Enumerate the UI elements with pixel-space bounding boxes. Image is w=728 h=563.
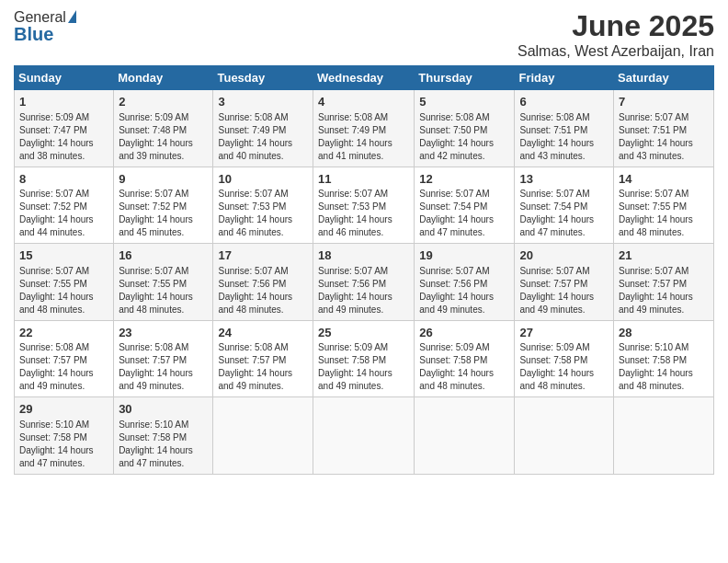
col-friday: Friday: [515, 66, 614, 90]
header: General Blue June 2025 Salmas, West Azer…: [14, 9, 714, 60]
location-subtitle: Salmas, West Azerbaijan, Iran: [518, 43, 714, 60]
day-number: 22: [19, 325, 108, 341]
day-number: 1: [19, 94, 108, 110]
day-info: Sunrise: 5:07 AMSunset: 7:52 PMDaylight:…: [119, 188, 208, 239]
calendar-cell: 5Sunrise: 5:08 AMSunset: 7:50 PMDaylight…: [415, 90, 515, 167]
day-info: Sunrise: 5:09 AMSunset: 7:58 PMDaylight:…: [419, 341, 509, 393]
day-number: 20: [519, 247, 609, 264]
col-monday: Monday: [114, 66, 213, 90]
day-info: Sunrise: 5:07 AMSunset: 7:52 PMDaylight:…: [19, 188, 108, 239]
calendar-cell: 24Sunrise: 5:08 AMSunset: 7:57 PMDayligh…: [213, 320, 313, 397]
calendar-cell: 15Sunrise: 5:07 AMSunset: 7:55 PMDayligh…: [15, 244, 114, 321]
calendar-cell: 4Sunrise: 5:08 AMSunset: 7:49 PMDaylight…: [313, 90, 415, 167]
month-title: June 2025: [518, 9, 714, 43]
day-info: Sunrise: 5:07 AMSunset: 7:53 PMDaylight:…: [218, 188, 308, 239]
day-number: 28: [619, 325, 709, 341]
day-number: 26: [419, 325, 509, 341]
day-number: 19: [419, 247, 509, 264]
day-info: Sunrise: 5:07 AMSunset: 7:55 PMDaylight:…: [19, 265, 108, 316]
calendar-week-row: 22Sunrise: 5:08 AMSunset: 7:57 PMDayligh…: [15, 320, 714, 397]
day-info: Sunrise: 5:10 AMSunset: 7:58 PMDaylight:…: [619, 341, 709, 393]
calendar-week-row: 1Sunrise: 5:09 AMSunset: 7:47 PMDaylight…: [15, 90, 714, 167]
calendar-cell: 17Sunrise: 5:07 AMSunset: 7:56 PMDayligh…: [213, 244, 313, 321]
calendar-cell: 3Sunrise: 5:08 AMSunset: 7:49 PMDaylight…: [213, 90, 313, 167]
col-wednesday: Wednesday: [313, 66, 415, 90]
day-number: 17: [218, 247, 308, 264]
day-info: Sunrise: 5:07 AMSunset: 7:55 PMDaylight:…: [619, 188, 709, 239]
calendar-cell: 8Sunrise: 5:07 AMSunset: 7:52 PMDaylight…: [15, 167, 114, 244]
day-number: 5: [419, 94, 509, 110]
calendar-week-row: 15Sunrise: 5:07 AMSunset: 7:55 PMDayligh…: [15, 244, 714, 321]
day-info: Sunrise: 5:07 AMSunset: 7:55 PMDaylight:…: [119, 265, 208, 316]
day-info: Sunrise: 5:07 AMSunset: 7:56 PMDaylight:…: [318, 265, 409, 316]
day-number: 23: [119, 325, 208, 341]
day-info: Sunrise: 5:10 AMSunset: 7:58 PMDaylight:…: [19, 419, 108, 470]
calendar-cell: 27Sunrise: 5:09 AMSunset: 7:58 PMDayligh…: [515, 320, 614, 397]
day-number: 29: [19, 401, 108, 418]
day-info: Sunrise: 5:08 AMSunset: 7:49 PMDaylight:…: [318, 111, 409, 163]
day-number: 16: [119, 247, 208, 264]
day-number: 8: [19, 171, 108, 188]
day-number: 11: [318, 171, 409, 188]
day-info: Sunrise: 5:08 AMSunset: 7:51 PMDaylight:…: [519, 111, 609, 163]
logo: General Blue: [14, 9, 76, 45]
day-info: Sunrise: 5:07 AMSunset: 7:54 PMDaylight:…: [419, 188, 509, 239]
calendar-week-row: 8Sunrise: 5:07 AMSunset: 7:52 PMDaylight…: [15, 167, 714, 244]
day-info: Sunrise: 5:07 AMSunset: 7:56 PMDaylight:…: [218, 265, 308, 316]
day-info: Sunrise: 5:08 AMSunset: 7:57 PMDaylight:…: [19, 341, 108, 393]
calendar-cell: 10Sunrise: 5:07 AMSunset: 7:53 PMDayligh…: [213, 167, 313, 244]
col-tuesday: Tuesday: [213, 66, 313, 90]
calendar-cell: 19Sunrise: 5:07 AMSunset: 7:56 PMDayligh…: [415, 244, 515, 321]
page: General Blue June 2025 Salmas, West Azer…: [0, 0, 728, 488]
day-info: Sunrise: 5:09 AMSunset: 7:58 PMDaylight:…: [318, 341, 409, 393]
calendar-cell: 13Sunrise: 5:07 AMSunset: 7:54 PMDayligh…: [515, 167, 614, 244]
calendar-cell: 28Sunrise: 5:10 AMSunset: 7:58 PMDayligh…: [614, 320, 714, 397]
day-info: Sunrise: 5:07 AMSunset: 7:53 PMDaylight:…: [318, 188, 409, 239]
calendar-cell: 29Sunrise: 5:10 AMSunset: 7:58 PMDayligh…: [15, 397, 114, 475]
day-number: 9: [119, 171, 208, 188]
col-saturday: Saturday: [614, 66, 714, 90]
calendar-cell: 20Sunrise: 5:07 AMSunset: 7:57 PMDayligh…: [515, 244, 614, 321]
day-info: Sunrise: 5:07 AMSunset: 7:54 PMDaylight:…: [519, 188, 609, 239]
day-info: Sunrise: 5:07 AMSunset: 7:51 PMDaylight:…: [619, 111, 709, 163]
day-number: 3: [218, 94, 308, 110]
calendar-cell: [213, 397, 313, 475]
calendar-cell: 23Sunrise: 5:08 AMSunset: 7:57 PMDayligh…: [114, 320, 213, 397]
day-info: Sunrise: 5:07 AMSunset: 7:57 PMDaylight:…: [519, 265, 609, 316]
calendar-cell: 21Sunrise: 5:07 AMSunset: 7:57 PMDayligh…: [614, 244, 714, 321]
calendar-cell: 1Sunrise: 5:09 AMSunset: 7:47 PMDaylight…: [15, 90, 114, 167]
day-info: Sunrise: 5:08 AMSunset: 7:57 PMDaylight:…: [119, 341, 208, 393]
day-number: 21: [619, 247, 709, 264]
logo-triangle-icon: [68, 10, 76, 23]
day-number: 6: [519, 94, 609, 110]
header-row: Sunday Monday Tuesday Wednesday Thursday…: [15, 66, 714, 90]
calendar-cell: 9Sunrise: 5:07 AMSunset: 7:52 PMDaylight…: [114, 167, 213, 244]
calendar-cell: 14Sunrise: 5:07 AMSunset: 7:55 PMDayligh…: [614, 167, 714, 244]
day-number: 13: [519, 171, 609, 188]
calendar-cell: 25Sunrise: 5:09 AMSunset: 7:58 PMDayligh…: [313, 320, 415, 397]
calendar-cell: 30Sunrise: 5:10 AMSunset: 7:58 PMDayligh…: [114, 397, 213, 475]
calendar-table: Sunday Monday Tuesday Wednesday Thursday…: [14, 65, 714, 475]
calendar-cell: 22Sunrise: 5:08 AMSunset: 7:57 PMDayligh…: [15, 320, 114, 397]
calendar-cell: [415, 397, 515, 475]
calendar-cell: 18Sunrise: 5:07 AMSunset: 7:56 PMDayligh…: [313, 244, 415, 321]
day-info: Sunrise: 5:08 AMSunset: 7:49 PMDaylight:…: [218, 111, 308, 163]
day-info: Sunrise: 5:09 AMSunset: 7:48 PMDaylight:…: [119, 111, 208, 163]
day-number: 24: [218, 325, 308, 341]
title-area: June 2025 Salmas, West Azerbaijan, Iran: [518, 9, 714, 60]
day-info: Sunrise: 5:07 AMSunset: 7:57 PMDaylight:…: [619, 265, 709, 316]
day-info: Sunrise: 5:09 AMSunset: 7:58 PMDaylight:…: [519, 341, 609, 393]
calendar-cell: 11Sunrise: 5:07 AMSunset: 7:53 PMDayligh…: [313, 167, 415, 244]
day-number: 27: [519, 325, 609, 341]
calendar-week-row: 29Sunrise: 5:10 AMSunset: 7:58 PMDayligh…: [15, 397, 714, 475]
day-number: 4: [318, 94, 409, 110]
col-thursday: Thursday: [415, 66, 515, 90]
day-number: 30: [119, 401, 208, 418]
day-info: Sunrise: 5:07 AMSunset: 7:56 PMDaylight:…: [419, 265, 509, 316]
col-sunday: Sunday: [15, 66, 114, 90]
calendar-cell: 2Sunrise: 5:09 AMSunset: 7:48 PMDaylight…: [114, 90, 213, 167]
day-number: 15: [19, 247, 108, 264]
calendar-cell: 16Sunrise: 5:07 AMSunset: 7:55 PMDayligh…: [114, 244, 213, 321]
day-number: 25: [318, 325, 409, 341]
calendar-cell: 6Sunrise: 5:08 AMSunset: 7:51 PMDaylight…: [515, 90, 614, 167]
